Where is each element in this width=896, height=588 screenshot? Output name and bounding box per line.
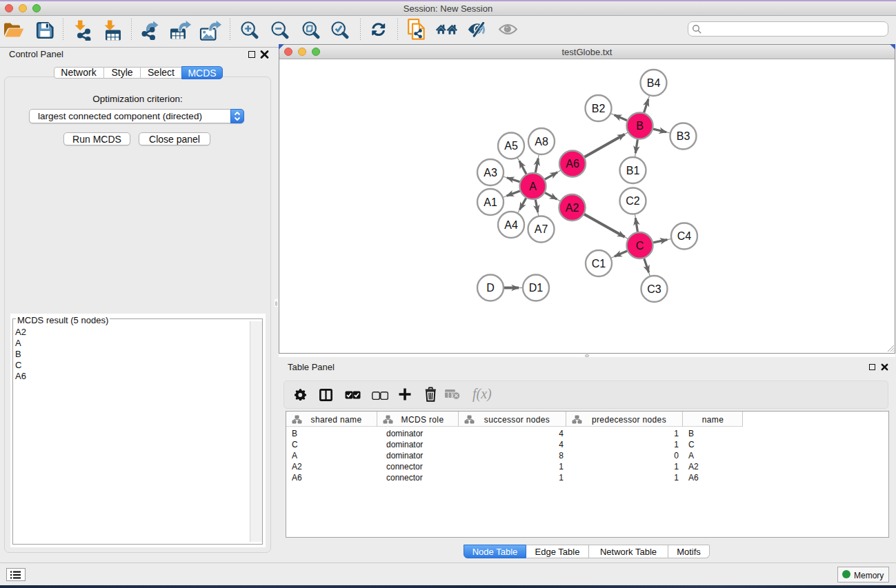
svg-text:A5: A5 <box>504 140 518 152</box>
svg-text:C: C <box>636 240 644 252</box>
svg-text:A6: A6 <box>566 158 579 170</box>
svg-text:C4: C4 <box>677 230 692 242</box>
svg-text:C3: C3 <box>647 283 661 295</box>
svg-text:B3: B3 <box>677 130 690 142</box>
svg-text:A7: A7 <box>535 223 548 235</box>
svg-text:C1: C1 <box>592 258 606 270</box>
svg-text:B2: B2 <box>592 103 606 114</box>
svg-text:D1: D1 <box>529 282 544 294</box>
svg-text:A1: A1 <box>484 196 497 208</box>
svg-text:A2: A2 <box>566 202 579 214</box>
svg-text:C2: C2 <box>626 195 640 207</box>
svg-text:D: D <box>486 282 495 294</box>
svg-text:B: B <box>636 120 644 132</box>
svg-text:A8: A8 <box>535 136 548 148</box>
svg-text:A4: A4 <box>504 219 518 231</box>
svg-text:A3: A3 <box>484 167 497 179</box>
svg-text:A: A <box>529 181 537 192</box>
svg-text:B1: B1 <box>626 165 640 176</box>
svg-text:B4: B4 <box>647 77 661 89</box>
